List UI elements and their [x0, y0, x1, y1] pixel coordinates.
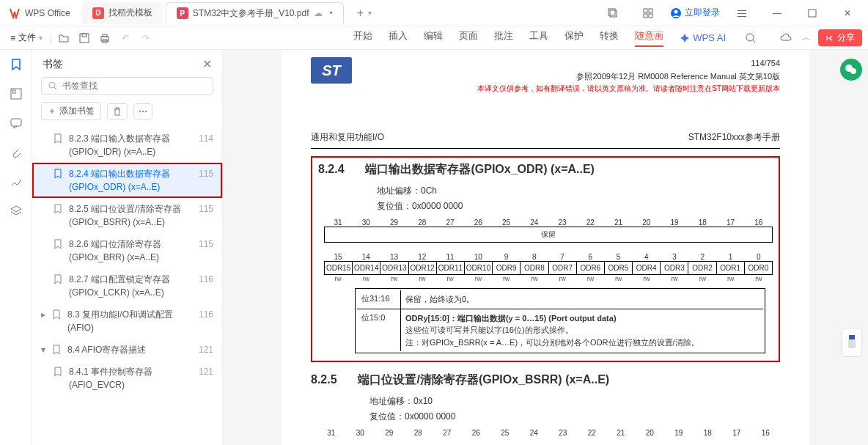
menu-convert[interactable]: 转换	[600, 29, 619, 47]
window-max-icon[interactable]	[799, 2, 825, 24]
bookmark-icon	[53, 133, 65, 158]
bookmark-search-input[interactable]	[62, 81, 207, 91]
wechat-button[interactable]	[840, 59, 862, 81]
svg-rect-2	[644, 9, 647, 12]
bookmark-label: 8.4 AFIO寄存器描述	[67, 343, 188, 356]
ai-icon	[680, 33, 690, 43]
bookmark-label: 8.2.5 端口位设置/清除寄存器(GPIOx_BSRR) (x=A..E)	[69, 202, 188, 229]
menu-annotate[interactable]: 批注	[494, 29, 513, 47]
bookmark-item[interactable]: 8.2.3 端口输入数据寄存器(GPIOx_IDR) (x=A..E) 114	[32, 128, 222, 163]
share-label: 分享	[837, 32, 855, 44]
svg-rect-0	[610, 10, 617, 17]
delete-bookmark-button[interactable]	[107, 103, 128, 119]
tab-templates[interactable]: D 找稻壳模板	[82, 2, 163, 24]
tab-templates-label: 找稻壳模板	[108, 7, 152, 19]
bookmark-item[interactable]: 8.4.1 事件控制寄存器(AFIO_EVCR) 121	[32, 361, 222, 396]
menu-page[interactable]: 页面	[459, 29, 478, 47]
window-close-icon[interactable]: ✕	[834, 2, 861, 24]
menu-ai[interactable]: WPS AI	[680, 29, 726, 47]
chevron-down-icon[interactable]: ▾	[41, 343, 45, 356]
note-line: 本译文仅供参考，如有翻译错误，请以英文原稿为准。请读者随时注意在ST网站下载更新…	[477, 83, 780, 95]
bookmark-page: 116	[193, 308, 213, 334]
tab-add-chevron: ▾	[368, 9, 372, 17]
bit-row-high-2: 31302928272625242322212019181716	[317, 429, 780, 437]
print-icon[interactable]	[96, 29, 114, 47]
rail-attach-icon[interactable]	[9, 145, 23, 160]
login-button[interactable]: 立即登录	[670, 7, 720, 19]
collapse-icon[interactable]: ︿	[798, 29, 815, 47]
rail-thumbnail-icon[interactable]	[9, 87, 23, 101]
svg-rect-27	[848, 339, 856, 348]
tab-close-icon[interactable]: •	[330, 8, 333, 18]
save-icon[interactable]	[76, 29, 93, 47]
svg-rect-3	[649, 9, 652, 12]
cloud-icon[interactable]	[777, 29, 795, 47]
menu-ai-label: WPS AI	[693, 32, 726, 43]
bookmark-search[interactable]	[41, 77, 213, 95]
rw-row: rwrwrwrwrwrwrwrwrwrwrwrwrwrwrwrw	[324, 275, 773, 282]
section-title: 端口位设置/清除寄存器(GPIOx_BSRR) (x=A..E)	[358, 373, 609, 386]
bit-row-low: 1514131211109876543210	[324, 253, 773, 261]
bookmark-item[interactable]: 8.2.6 端口位清除寄存器(GPIOx_BRR) (x=A..E) 115	[32, 233, 222, 268]
highlight-section: 8.2.4 端口输出数据寄存器(GPIOx_ODR) (x=A..E) 地址偏移…	[311, 156, 780, 362]
login-label: 立即登录	[685, 7, 720, 19]
more-bookmark-button[interactable]: ⋯	[133, 103, 152, 119]
doc-left-heading: 通用和复用功能I/O	[311, 131, 384, 144]
bookmark-page: 115	[193, 202, 213, 229]
bookmark-label: 8.2.6 端口位清除寄存器(GPIOx_BRR) (x=A..E)	[69, 238, 188, 264]
rail-layers-icon[interactable]	[9, 204, 23, 218]
main-area: 书签 ✕ ＋ 添加书签 ⋯ 8.2.3 端口输入数据寄存器(GPIOx_IDR)…	[0, 50, 868, 445]
svg-rect-13	[82, 34, 87, 37]
bookmark-item[interactable]: ▸ 8.3 复用功能I/O和调试配置(AFIO) 116	[32, 304, 222, 339]
reserved-row: 保留	[324, 227, 773, 243]
svg-rect-1	[608, 9, 615, 15]
bookmark-item[interactable]: ▾ 8.4 AFIO寄存器描述 121	[32, 339, 222, 361]
usb-button[interactable]	[842, 328, 862, 357]
rail-sign-icon[interactable]	[9, 174, 23, 189]
add-bookmark-button[interactable]: ＋ 添加书签	[41, 102, 101, 120]
sidebar-close-icon[interactable]: ✕	[202, 57, 212, 71]
window-grid-icon[interactable]	[635, 2, 661, 24]
menu-tools[interactable]: 工具	[529, 29, 548, 47]
window-min-icon[interactable]: —	[764, 2, 790, 24]
sidebar-title: 书签	[43, 58, 63, 71]
menu-protect[interactable]: 保护	[564, 29, 584, 47]
window-menu-icon[interactable]	[729, 2, 755, 24]
bookmark-page: 115	[193, 238, 213, 264]
tab-add[interactable]: + ▾	[347, 2, 382, 24]
search-icon[interactable]	[742, 29, 760, 47]
share-button[interactable]: 分享	[818, 29, 862, 46]
bookmark-label: 8.3 复用功能I/O和调试配置(AFIO)	[67, 308, 188, 334]
reset-label: 复位值：	[369, 411, 405, 422]
undo-icon[interactable]: ↶	[117, 29, 134, 47]
tab-sync-icon: ☁	[314, 8, 323, 18]
window-copy-icon[interactable]	[600, 2, 626, 24]
menu-doodle[interactable]: 随意画	[635, 29, 663, 47]
offset-value: 0x10	[413, 396, 433, 406]
bookmark-item[interactable]: 8.2.5 端口位设置/清除寄存器(GPIOx_BSRR) (x=A..E) 1…	[32, 198, 222, 233]
menu-insert[interactable]: 插入	[389, 29, 408, 47]
reset-value: 0x0000 0000	[412, 201, 463, 211]
document-viewer[interactable]: ST 114/754 参照2009年12月 RM0008 Reference M…	[223, 50, 868, 445]
svg-point-22	[49, 82, 55, 88]
bookmark-page: 121	[193, 343, 213, 356]
tab-active-doc[interactable]: P STM32中文参考手册_V10.pdf ☁ •	[166, 2, 344, 24]
redo-icon[interactable]: ↷	[137, 29, 155, 47]
section-number: 8.2.4	[318, 163, 362, 176]
rail-bookmark-icon[interactable]	[9, 57, 23, 72]
desc-line: 这些位可读可写并只能以字(16位)的形式操作。	[405, 324, 759, 336]
menu-start[interactable]: 开始	[353, 29, 372, 47]
bookmark-label: 8.2.7 端口配置锁定寄存器(GPIOx_LCKR) (x=A..E)	[69, 273, 188, 299]
bookmark-item[interactable]: 8.2.7 端口配置锁定寄存器(GPIOx_LCKR) (x=A..E) 116	[32, 268, 222, 304]
rail-comment-icon[interactable]	[9, 116, 23, 130]
bookmark-page: 114	[193, 132, 213, 158]
pdf-page: ST 114/754 参照2009年12月 RM0008 Reference M…	[282, 50, 809, 445]
user-icon	[670, 7, 682, 19]
menu-edit[interactable]: 编辑	[424, 29, 443, 47]
open-icon[interactable]	[55, 29, 73, 47]
bookmark-item-selected[interactable]: 8.2.4 端口输出数据寄存器(GPIOx_ODR) (x=A..E) 115	[32, 163, 222, 198]
desc-line: ODRy[15:0]：端口输出数据(y = 0…15) (Port output…	[405, 314, 617, 323]
chevron-right-icon[interactable]: ▸	[41, 308, 45, 334]
svg-rect-10	[738, 16, 746, 17]
file-menu[interactable]: ≡ 文件 ▾	[6, 32, 47, 44]
